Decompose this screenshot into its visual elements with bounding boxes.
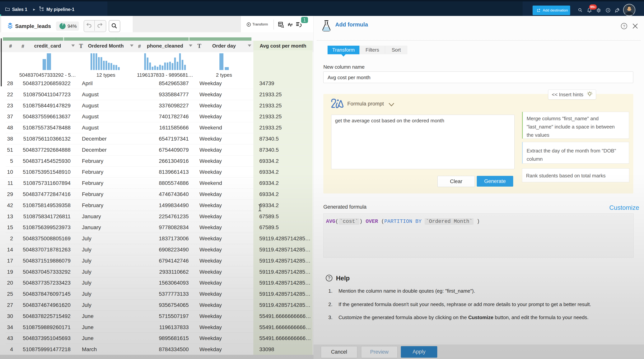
svg-text:?: ?	[623, 24, 625, 28]
svg-text:?: ?	[607, 9, 609, 12]
svg-text:?: ?	[328, 276, 330, 280]
